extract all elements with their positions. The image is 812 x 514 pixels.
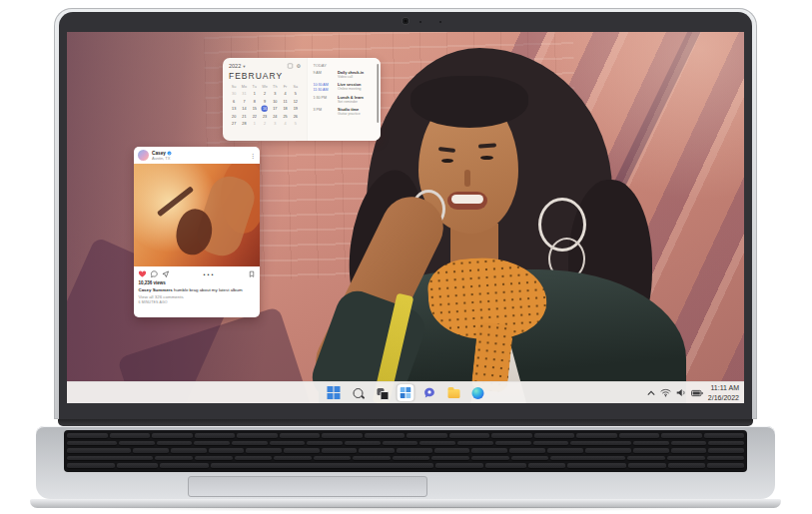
key[interactable]: [585, 448, 631, 454]
hidden-icons-chevron[interactable]: [647, 390, 655, 396]
calendar-day[interactable]: 26: [291, 113, 301, 120]
key[interactable]: [397, 448, 432, 454]
key[interactable]: [457, 441, 493, 447]
key[interactable]: [509, 448, 545, 454]
calendar-day[interactable]: 2: [260, 91, 270, 98]
like-heart-icon[interactable]: [139, 270, 147, 278]
calendar-day[interactable]: 2: [260, 121, 270, 128]
calendar-day[interactable]: 13: [229, 106, 239, 113]
agenda-item[interactable]: 9 AMDaily check-inVideo call: [314, 70, 376, 79]
key[interactable]: [237, 433, 278, 439]
key[interactable]: [627, 456, 665, 462]
calendar-day[interactable]: 6: [229, 98, 239, 105]
key[interactable]: [152, 433, 193, 439]
key[interactable]: [67, 463, 115, 469]
key[interactable]: [471, 448, 507, 454]
share-icon[interactable]: [162, 270, 170, 278]
key[interactable]: [667, 456, 705, 462]
key[interactable]: [67, 441, 117, 447]
key[interactable]: [274, 456, 312, 462]
avatar[interactable]: [138, 150, 149, 161]
key[interactable]: [491, 433, 532, 439]
key[interactable]: [431, 456, 469, 462]
calendar-day[interactable]: 30: [229, 91, 239, 98]
bookmark-icon[interactable]: [248, 270, 255, 278]
key[interactable]: [119, 441, 155, 447]
wifi-icon[interactable]: [660, 388, 671, 397]
chevron-down-icon[interactable]: ▾: [243, 64, 245, 69]
calendar-day[interactable]: 7: [239, 98, 249, 105]
clock-date[interactable]: 11:11 AM 2/16/2022: [708, 383, 739, 401]
key[interactable]: [117, 463, 158, 469]
calendar-day[interactable]: 22: [250, 113, 260, 120]
more-options-icon[interactable]: ⋮: [250, 152, 256, 159]
key[interactable]: [270, 441, 306, 447]
key[interactable]: [307, 441, 343, 447]
calendar-year-selector[interactable]: 2022: [229, 63, 241, 69]
calendar-day[interactable]: 24: [270, 113, 280, 120]
key[interactable]: [633, 448, 669, 454]
search-button[interactable]: [350, 384, 367, 401]
calendar-day[interactable]: 19: [291, 106, 301, 113]
key[interactable]: [668, 463, 705, 469]
calendar-day[interactable]: 14: [239, 106, 249, 113]
calendar-view-icon[interactable]: [288, 64, 293, 69]
calendar-day[interactable]: 5: [291, 91, 301, 98]
agenda-item[interactable]: 1:30 PMLunch & learnSet reminder: [314, 95, 376, 104]
key[interactable]: [322, 433, 363, 439]
key[interactable]: [511, 456, 549, 462]
agenda-item[interactable]: 10:30 AM 11:30 AMLive sessionOnline meet…: [314, 82, 376, 92]
key[interactable]: [171, 448, 207, 454]
key[interactable]: [67, 456, 153, 462]
calendar-day[interactable]: 4: [280, 121, 290, 128]
key[interactable]: [155, 456, 193, 462]
key[interactable]: [314, 456, 352, 462]
task-view-button[interactable]: [374, 384, 391, 401]
key[interactable]: [550, 456, 625, 462]
calendar-day[interactable]: 4: [280, 91, 290, 98]
calendar-day[interactable]: 21: [239, 113, 249, 120]
key[interactable]: [707, 463, 744, 469]
key[interactable]: [628, 463, 665, 469]
calendar-day[interactable]: 28: [239, 121, 249, 128]
key[interactable]: [383, 441, 418, 447]
key[interactable]: [533, 441, 569, 447]
calendar-day[interactable]: 9: [260, 98, 270, 105]
key[interactable]: [195, 433, 236, 439]
key[interactable]: [567, 463, 626, 469]
key[interactable]: [359, 448, 395, 454]
key[interactable]: [232, 441, 268, 447]
key[interactable]: [434, 448, 470, 454]
key[interactable]: [419, 441, 455, 447]
key[interactable]: [211, 463, 433, 469]
calendar-day[interactable]: 3: [270, 121, 280, 128]
key[interactable]: [345, 441, 381, 447]
key[interactable]: [671, 448, 707, 454]
calendar-day[interactable]: 27: [229, 121, 239, 128]
key[interactable]: [570, 441, 631, 447]
key[interactable]: [708, 441, 744, 447]
key[interactable]: [235, 456, 273, 462]
key[interactable]: [528, 463, 565, 469]
calendar-day[interactable]: 3: [270, 91, 280, 98]
calendar-day[interactable]: 8: [250, 98, 260, 105]
comment-icon[interactable]: [151, 270, 159, 278]
calendar-day-selected[interactable]: 16: [262, 106, 269, 113]
key[interactable]: [280, 433, 321, 439]
key[interactable]: [67, 433, 108, 439]
calendar-day[interactable]: 18: [280, 106, 290, 113]
key[interactable]: [246, 448, 282, 454]
key[interactable]: [284, 448, 320, 454]
touchpad[interactable]: [188, 476, 427, 497]
key[interactable]: [633, 441, 669, 447]
calendar-day[interactable]: 31: [239, 91, 249, 98]
key[interactable]: [471, 456, 509, 462]
key[interactable]: [704, 433, 745, 439]
key[interactable]: [547, 448, 583, 454]
post-photo[interactable]: [134, 164, 260, 266]
volume-icon[interactable]: [676, 388, 686, 397]
file-explorer-button[interactable]: [445, 384, 462, 401]
key[interactable]: [194, 441, 230, 447]
agenda-item[interactable]: 3 PMStudio timeGuitar practice: [314, 107, 376, 116]
edge-browser-button[interactable]: [469, 384, 486, 401]
